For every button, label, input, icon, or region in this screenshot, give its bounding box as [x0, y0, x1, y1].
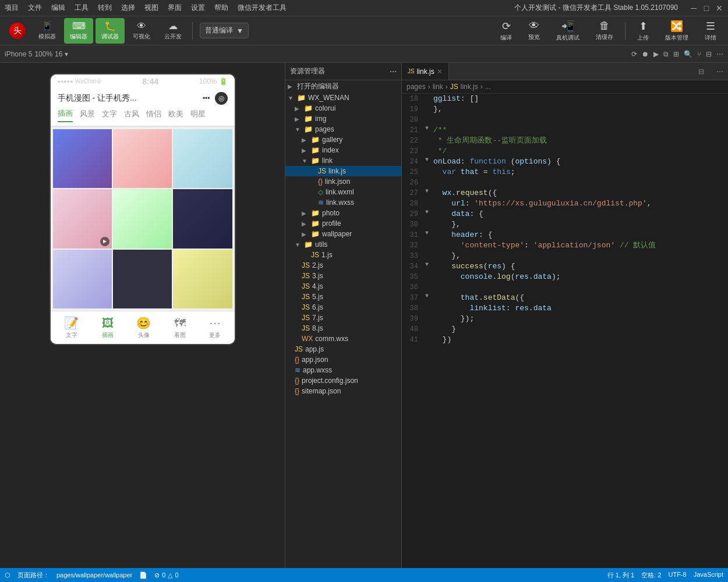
search-icon[interactable]: 🔍 [684, 50, 692, 58]
link-js-tab[interactable]: JS link.js ✕ [402, 63, 449, 80]
app-json[interactable]: {} app.json [285, 354, 401, 365]
menu-item-project[interactable]: 项目 [5, 3, 19, 13]
link-folder[interactable]: ▼ 📁 link [285, 155, 401, 166]
util-1js[interactable]: JS 1.js [285, 250, 401, 260]
bottom-nav-illust[interactable]: 🖼 插画 [102, 317, 114, 339]
photo-folder[interactable]: ▶ 📁 photo [285, 208, 401, 218]
app-js[interactable]: JS app.js [285, 344, 401, 354]
menu-item-goto[interactable]: 转到 [98, 3, 112, 13]
root-folder[interactable]: ▼ 📁 WX_WENAN [285, 93, 401, 103]
close-button[interactable]: ✕ [715, 4, 723, 12]
util-3js[interactable]: JS 3.js [285, 271, 401, 281]
editor-header-icons: ⊟ ⋯ [693, 63, 728, 80]
detail-button[interactable]: ☰ 详情 [698, 18, 723, 44]
preview-button[interactable]: 👁 预览 [521, 18, 547, 44]
play-icon[interactable]: ▶ [653, 50, 659, 58]
utils-folder[interactable]: ▼ 📁 utils [285, 239, 401, 250]
debugger-button[interactable]: 🐛 调试器 [96, 18, 125, 44]
phone-nav-landscape[interactable]: 风景 [80, 109, 95, 122]
util-7js[interactable]: JS 7.js [285, 313, 401, 323]
grid-item-7[interactable] [53, 250, 112, 308]
menu-item-file[interactable]: 文件 [28, 3, 42, 13]
img-folder[interactable]: ▶ 📁 img [285, 113, 401, 124]
pages-folder[interactable]: ▼ 📁 pages [285, 124, 401, 134]
menu-item-tools[interactable]: 工具 [75, 3, 89, 13]
bottom-nav-browse[interactable]: 🗺 看图 [174, 317, 186, 339]
grid-item-2[interactable] [113, 129, 172, 188]
link-js-file[interactable]: JS link.js [285, 166, 401, 176]
wallpaper-folder[interactable]: ▶ 📁 wallpaper [285, 229, 401, 239]
real-debug-button[interactable]: 📲 真机调试 [549, 18, 586, 44]
grid-item-3[interactable] [173, 129, 232, 188]
util-2js[interactable]: JS 2.js [285, 260, 401, 271]
editor-button[interactable]: ⌨ 编辑器 [64, 18, 93, 44]
branch-icon[interactable]: ⑂ [697, 50, 701, 58]
tab-layout-icon[interactable]: ⊞ [673, 50, 679, 58]
menu-item-select[interactable]: 选择 [121, 3, 135, 13]
copy-icon[interactable]: ⧉ [663, 50, 669, 58]
project-config[interactable]: {} project.config.json [285, 375, 401, 386]
sitemap-json[interactable]: {} sitemap.json [285, 386, 401, 396]
rotate-icon[interactable]: ⟳ [631, 50, 637, 58]
version-button[interactable]: 🔀 版本管理 [658, 18, 695, 44]
grid-icon[interactable]: ⊟ [706, 50, 712, 58]
colorui-folder[interactable]: ▶ 📁 colorui [285, 103, 401, 113]
more-editor-icon[interactable]: ⋯ [712, 63, 728, 80]
util-4js[interactable]: JS 4.js [285, 281, 401, 292]
link-json-file[interactable]: {} link.json [285, 176, 401, 187]
phone-nav-ancient[interactable]: 古风 [124, 109, 139, 122]
link-wxss-file[interactable]: ≋ link.wxss [285, 197, 401, 208]
split-editor-icon[interactable]: ⊟ [693, 63, 709, 80]
phone-nav-star[interactable]: 明星 [190, 109, 206, 122]
phone-nav-illust[interactable]: 插画 [58, 108, 73, 122]
clear-cache-button[interactable]: 🗑 清缓存 [589, 18, 620, 44]
menu-item-edit[interactable]: 编辑 [51, 3, 65, 13]
gallery-folder[interactable]: ▶ 📁 gallery [285, 134, 401, 145]
mode-dropdown[interactable]: 普通编译 ▼ [200, 23, 249, 38]
menu-item-view[interactable]: 视图 [144, 3, 158, 13]
menu-item-wechat[interactable]: 微信开发者工具 [238, 3, 287, 13]
phone-nav-couple[interactable]: 情侣 [146, 109, 161, 122]
compile-button[interactable]: ⟳ 编译 [493, 18, 519, 44]
capture-icon[interactable]: ⏺ [642, 50, 649, 58]
app-wxss[interactable]: ≋ app.wxss [285, 365, 401, 375]
tab-close-icon[interactable]: ✕ [437, 68, 443, 76]
bottom-nav-avatar[interactable]: 😊 头像 [136, 316, 151, 339]
breadcrumb-file[interactable]: link.js [461, 83, 478, 91]
util-5js[interactable]: JS 5.js [285, 292, 401, 302]
grid-item-6[interactable] [173, 189, 232, 248]
more-icon[interactable]: ⋯ [716, 50, 723, 58]
index-folder[interactable]: ▶ 📁 index [285, 145, 401, 155]
phone-nav-western[interactable]: 欧美 [168, 109, 183, 122]
maximize-button[interactable]: □ [702, 4, 711, 12]
grid-item-5[interactable] [113, 189, 172, 248]
profile-folder[interactable]: ▶ 📁 profile [285, 218, 401, 229]
file-tree-more[interactable]: ⋯ [390, 68, 397, 76]
menu-item-settings[interactable]: 设置 [191, 3, 205, 13]
bottom-nav-more[interactable]: ⋯ 更多 [209, 316, 221, 339]
cloud-button[interactable]: ☁ 云开发 [158, 18, 188, 44]
minimize-button[interactable]: ─ [690, 4, 698, 12]
util-8js[interactable]: JS 8.js [285, 323, 401, 333]
util-6js[interactable]: JS 6.js [285, 302, 401, 313]
link-wxml-file[interactable]: ◇ link.wxml [285, 187, 401, 197]
grid-item-1[interactable] [53, 129, 112, 188]
simulator-button[interactable]: 📱 模拟器 [33, 18, 62, 44]
menu-item-help[interactable]: 帮助 [214, 3, 228, 13]
avatar-button[interactable]: 头 [5, 18, 30, 44]
code-area[interactable]: 18 gglist: [] 19 }, 20 21 ▼ /** 22 [402, 94, 728, 582]
visual-button[interactable]: 👁 可视化 [127, 18, 156, 44]
grid-item-4[interactable]: ▶ [53, 189, 112, 248]
upload-button[interactable]: ⬆ 上传 [630, 18, 656, 44]
grid-item-8[interactable] [113, 250, 172, 308]
breadcrumb-link[interactable]: link [433, 83, 443, 91]
breadcrumb-pages[interactable]: pages [407, 83, 426, 91]
opened-editors-section[interactable]: ▶ 打开的编辑器 [285, 80, 401, 93]
grid-item-9[interactable] [173, 250, 232, 308]
comm-wxs[interactable]: WX comm.wxs [285, 333, 401, 344]
bottom-nav-text[interactable]: 📝 文字 [64, 316, 79, 339]
code-line-33: 33 }, [402, 251, 728, 261]
menu-item-interface[interactable]: 界面 [168, 3, 182, 13]
phone-nav-text[interactable]: 文字 [102, 109, 117, 122]
status-encoding: UTF-8 [668, 571, 686, 580]
